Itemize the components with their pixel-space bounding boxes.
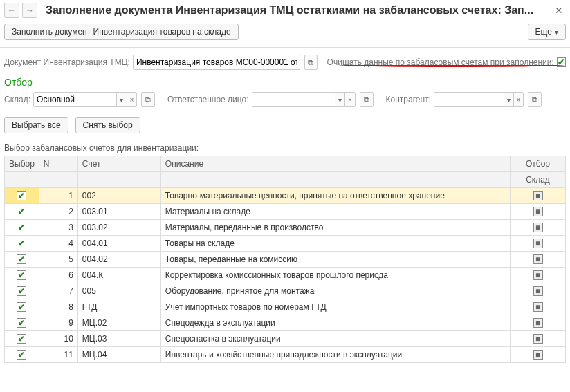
warehouse-label: Склад: — [4, 95, 30, 104]
row-description: Товары, переданные на комиссию — [160, 252, 510, 268]
col-schet[interactable]: Счет — [77, 156, 160, 172]
fill-document-button[interactable]: Заполнить документ Инвентаризация товаро… — [4, 24, 239, 40]
row-account: 005 — [77, 283, 160, 299]
row-n: 4 — [39, 236, 77, 252]
counterparty-clear-button[interactable]: × — [513, 93, 523, 106]
table-row[interactable]: ✔4004.01Товары на складе■ — [5, 236, 566, 252]
row-checkbox[interactable]: ✔ — [17, 334, 26, 344]
row-sklad-checkbox[interactable]: ■ — [533, 254, 543, 264]
table-row[interactable]: ✔7005Оборудование, принятое для монтажа■ — [5, 283, 566, 299]
row-sklad-checkbox[interactable]: ■ — [533, 223, 543, 232]
more-button[interactable]: Еще — [528, 24, 566, 40]
warehouse-open-button[interactable]: ⧉ — [141, 92, 155, 107]
row-sklad-checkbox[interactable]: ■ — [533, 334, 543, 344]
row-n: 6 — [39, 268, 77, 283]
row-n: 1 — [39, 188, 77, 204]
col-vybor[interactable]: Выбор — [5, 156, 39, 172]
row-description: Материалы на складе — [160, 204, 510, 220]
row-sklad-checkbox[interactable]: ■ — [533, 207, 543, 216]
row-account: 004.02 — [77, 252, 160, 268]
counterparty-label: Контрагент: — [386, 95, 431, 104]
table-row[interactable]: ✔11МЦ.04Инвентарь и хозяйственные принад… — [5, 347, 566, 363]
row-sklad-checkbox[interactable]: ■ — [533, 286, 543, 296]
row-sklad-checkbox[interactable]: ■ — [533, 239, 543, 248]
responsible-input[interactable] — [252, 93, 335, 106]
table-row[interactable]: ✔6004.ККорректировка комиссионных товаро… — [5, 268, 566, 283]
row-checkbox[interactable]: ✔ — [17, 302, 26, 312]
row-account: МЦ.03 — [77, 331, 160, 347]
nav-back-button[interactable]: ← — [4, 3, 19, 18]
table-row[interactable]: ✔1002Товарно-материальные ценности, прин… — [5, 188, 566, 204]
row-checkbox[interactable]: ✔ — [17, 239, 26, 248]
nav-forward-button[interactable]: → — [22, 3, 37, 18]
row-checkbox[interactable]: ✔ — [17, 223, 26, 232]
table-row[interactable]: ✔9МЦ.02Спецодежда в эксплуатации■ — [5, 315, 566, 331]
row-account: 003.01 — [77, 204, 160, 220]
row-description: Спецоснастка в эксплуатации — [160, 331, 510, 347]
row-sklad-checkbox[interactable]: ■ — [533, 302, 543, 312]
table-row[interactable]: ✔5004.02Товары, переданные на комиссию■ — [5, 252, 566, 268]
counterparty-input[interactable] — [434, 93, 504, 106]
table-row[interactable]: ✔3003.02Материалы, переданные в производ… — [5, 220, 566, 236]
row-description: Товарно-материальные ценности, принятые … — [160, 188, 510, 204]
warehouse-clear-button[interactable]: × — [127, 93, 136, 106]
responsible-open-button[interactable]: ⧉ — [360, 92, 374, 107]
row-account: 004.01 — [77, 236, 160, 252]
row-n: 8 — [39, 299, 77, 315]
deselect-all-button[interactable]: Снять выбор — [75, 117, 140, 133]
row-description: Спецодежда в эксплуатации — [160, 315, 510, 331]
row-n: 7 — [39, 283, 77, 299]
accounts-table: Выбор N Счет Описание Отбор Склад ✔1002Т… — [4, 156, 566, 363]
select-all-button[interactable]: Выбрать все — [4, 117, 68, 133]
row-account: 003.02 — [77, 220, 160, 236]
more-button-label: Еще — [535, 27, 552, 37]
row-n: 10 — [39, 331, 77, 347]
row-description: Материалы, переданные в производство — [160, 220, 510, 236]
row-account: ГТД — [77, 299, 160, 315]
responsible-label: Ответственное лицо: — [167, 95, 249, 104]
row-n: 3 — [39, 220, 77, 236]
page-title: Заполнение документа Инвентаризация ТМЦ … — [40, 4, 549, 17]
row-checkbox[interactable]: ✔ — [17, 207, 26, 216]
counterparty-open-button[interactable]: ⧉ — [528, 92, 542, 107]
docref-label: Документ Инвентаризация ТМЦ: — [4, 57, 130, 67]
row-sklad-checkbox[interactable]: ■ — [533, 318, 543, 328]
row-description: Оборудование, принятое для монтажа — [160, 283, 510, 299]
row-sklad-checkbox[interactable]: ■ — [533, 350, 543, 360]
row-description: Корректировка комиссионных товаров прошл… — [160, 268, 510, 283]
row-description: Инвентарь и хозяйственные принадлежности… — [160, 347, 510, 363]
chevron-down-icon — [555, 27, 558, 37]
table-row[interactable]: ✔10МЦ.03Спецоснастка в эксплуатации■ — [5, 331, 566, 347]
otbor-title: Отбор — [0, 73, 570, 89]
warehouse-dropdown-button[interactable]: ▾ — [116, 93, 126, 106]
row-account: МЦ.04 — [77, 347, 160, 363]
row-account: МЦ.02 — [77, 315, 160, 331]
clear-data-checkbox[interactable]: ✔ — [557, 57, 566, 67]
row-checkbox[interactable]: ✔ — [17, 254, 26, 264]
col-otbor[interactable]: Отбор — [511, 156, 566, 172]
row-account: 004.К — [77, 268, 160, 283]
docref-open-button[interactable]: ⧉ — [304, 55, 318, 70]
responsible-clear-button[interactable]: × — [344, 93, 354, 106]
col-sklad[interactable]: Склад — [511, 172, 566, 188]
row-sklad-checkbox[interactable]: ■ — [533, 191, 543, 200]
row-checkbox[interactable]: ✔ — [17, 318, 26, 328]
close-icon[interactable]: ✕ — [552, 3, 566, 17]
counterparty-dropdown-button[interactable]: ▾ — [504, 93, 513, 106]
row-checkbox[interactable]: ✔ — [17, 270, 26, 280]
row-sklad-checkbox[interactable]: ■ — [533, 270, 543, 280]
table-row[interactable]: ✔2003.01Материалы на складе■ — [5, 204, 566, 220]
row-n: 2 — [39, 204, 77, 220]
col-opis[interactable]: Описание — [160, 156, 510, 172]
warehouse-input[interactable] — [34, 93, 116, 106]
docref-input[interactable] — [134, 55, 300, 69]
col-n[interactable]: N — [39, 156, 77, 172]
row-description: Учет импортных товаров по номерам ГТД — [160, 299, 510, 315]
row-checkbox[interactable]: ✔ — [17, 191, 26, 200]
table-caption: Выбор забалансовых счетов для инвентариз… — [0, 140, 570, 156]
row-checkbox[interactable]: ✔ — [17, 350, 26, 360]
row-account: 002 — [77, 188, 160, 204]
responsible-dropdown-button[interactable]: ▾ — [335, 93, 344, 106]
table-row[interactable]: ✔8ГТДУчет импортных товаров по номерам Г… — [5, 299, 566, 315]
row-checkbox[interactable]: ✔ — [17, 286, 26, 296]
